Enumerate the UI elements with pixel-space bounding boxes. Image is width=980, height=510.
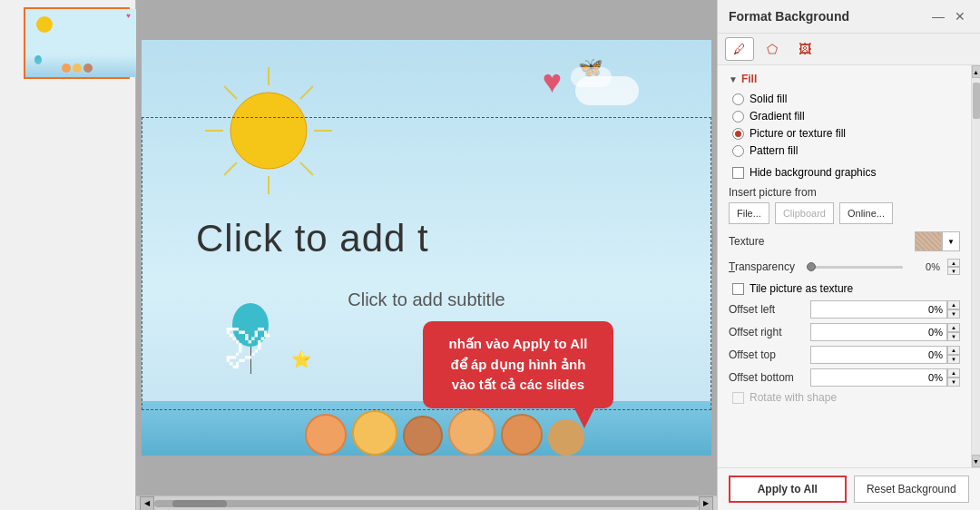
offset-left-up[interactable]: ▲: [947, 300, 960, 309]
texture-dropdown-button[interactable]: ▼: [942, 231, 960, 251]
offset-left-label: Offset left: [729, 303, 810, 316]
transparency-up-button[interactable]: ▲: [947, 259, 960, 267]
slide-canvas[interactable]: ♥ 🦋 🕊 ⭐: [141, 39, 712, 456]
fill-icon: 🖊: [733, 42, 746, 56]
shape-icon: ⬠: [767, 42, 778, 56]
rotate-checkbox[interactable]: Rotate with shape: [729, 391, 960, 404]
panel-title: Format Background: [729, 9, 849, 24]
offset-bottom-spinner: ▲ ▼: [947, 368, 960, 387]
panel-scrollbar: ▲ ▼: [971, 65, 980, 467]
transparency-value: 0%: [908, 261, 940, 272]
scrollbar-track[interactable]: [154, 500, 699, 507]
section-collapse-icon: ▼: [729, 74, 738, 84]
offset-top-down[interactable]: ▼: [947, 355, 960, 364]
child-3: [403, 416, 443, 456]
offset-bottom-label: Offset bottom: [729, 371, 810, 384]
callout-bubble: nhấn vào Apply to Allđể áp dụng hình ảnh…: [423, 321, 613, 408]
radio-pattern-fill[interactable]: Pattern fill: [732, 144, 960, 157]
scrollbar-down-button[interactable]: ▼: [972, 455, 981, 467]
rotate-label: Rotate with shape: [750, 391, 837, 404]
transparency-down-button[interactable]: ▼: [947, 267, 960, 275]
heart-decoration: ♥: [543, 63, 562, 101]
tab-image[interactable]: 🖼: [790, 37, 819, 61]
offset-left-down[interactable]: ▼: [947, 309, 960, 319]
scrollbar-up-button[interactable]: ▲: [972, 65, 981, 78]
tab-fill[interactable]: 🖊: [725, 37, 754, 61]
hide-bg-label: Hide background graphics: [750, 166, 876, 179]
transparency-thumb[interactable]: [807, 262, 816, 271]
clipboard-button[interactable]: Clipboard: [775, 202, 834, 224]
sun-rays-svg: [196, 58, 341, 203]
rotate-checkbox-box: [732, 392, 744, 404]
offset-bottom-up[interactable]: ▲: [947, 368, 960, 378]
offset-top-row: Offset top 0% ▲ ▼: [729, 346, 960, 364]
child-4: [448, 408, 495, 456]
radio-picture-fill[interactable]: Picture or texture fill: [732, 127, 960, 140]
dove-decoration: 🕊: [223, 316, 273, 374]
transparency-row: TTransparencyransparency 0% ▲ ▼: [729, 259, 960, 275]
tile-label: Tile picture as texture: [750, 282, 853, 295]
texture-control: ▼: [915, 231, 960, 251]
tile-checkbox-box: [732, 283, 744, 295]
tab-shape[interactable]: ⬠: [758, 37, 787, 61]
panel-tab-bar: 🖊 ⬠ 🖼: [718, 34, 980, 65]
hide-bg-graphics-checkbox[interactable]: Hide background graphics: [729, 166, 960, 179]
texture-preview-button[interactable]: [915, 231, 942, 251]
fill-section-header[interactable]: ▼ Fill: [729, 73, 960, 85]
radio-gradient-fill[interactable]: Gradient fill: [732, 110, 960, 123]
radio-gradient-label: Gradient fill: [750, 110, 805, 123]
offset-top-up[interactable]: ▲: [947, 346, 960, 355]
slide-title-placeholder[interactable]: Click to add t: [196, 217, 429, 260]
offset-top-label: Offset top: [729, 348, 810, 361]
offset-left-value[interactable]: 0%: [810, 300, 947, 319]
svg-point-8: [230, 93, 307, 169]
tile-texture-checkbox[interactable]: Tile picture as texture: [729, 282, 960, 295]
scroll-right-button[interactable]: ▶: [699, 496, 713, 511]
scrollbar-track-v[interactable]: [972, 78, 981, 455]
transparency-slider[interactable]: [807, 266, 903, 269]
offset-right-up[interactable]: ▲: [947, 323, 960, 332]
transparency-underline-label: T: [729, 260, 735, 273]
panel-minimize-button[interactable]: —: [929, 7, 947, 25]
panel-main-row: ▼ Fill Solid fill Gradient fill Picture …: [718, 65, 980, 467]
texture-row: Texture ▼: [729, 231, 960, 251]
offset-right-spinner: ▲ ▼: [947, 323, 960, 341]
mini-heart-icon: ♥: [126, 12, 131, 20]
transparency-label: TTransparencyransparency: [729, 260, 801, 273]
horizontal-scrollbar: ◀ ▶: [136, 495, 717, 510]
offset-left-spinner: ▲ ▼: [947, 300, 960, 319]
apply-to-all-button[interactable]: Apply to All: [729, 476, 847, 503]
scroll-left-button[interactable]: ◀: [140, 496, 154, 511]
insert-picture-label: Insert picture from: [729, 186, 960, 199]
radio-solid-label: Solid fill: [750, 93, 787, 105]
online-button[interactable]: Online...: [839, 202, 893, 224]
offset-bottom-row: Offset bottom 0% ▲ ▼: [729, 368, 960, 387]
offset-bottom-value[interactable]: 0%: [810, 368, 947, 387]
offset-top-spinner: ▲ ▼: [947, 346, 960, 364]
reset-background-button[interactable]: Reset Background: [854, 476, 970, 503]
slide-subtitle-placeholder[interactable]: Click to add subtitle: [196, 289, 657, 310]
scrollbar-thumb[interactable]: [172, 500, 227, 507]
thumbnail-content: ♥: [25, 9, 143, 77]
file-button[interactable]: File...: [729, 202, 769, 224]
panel-footer: Apply to All Reset Background: [718, 467, 980, 510]
panel-close-button[interactable]: ✕: [951, 7, 969, 25]
texture-label: Texture: [729, 235, 764, 248]
main-slide-area: ▲ ▼ ♥: [136, 0, 717, 510]
panel-content-area: ▼ Fill Solid fill Gradient fill Picture …: [718, 65, 971, 467]
offset-top-value[interactable]: 0%: [810, 346, 947, 364]
svg-line-3: [300, 162, 313, 175]
offset-bottom-down[interactable]: ▼: [947, 378, 960, 387]
child-1: [305, 414, 347, 456]
radio-solid-fill[interactable]: Solid fill: [732, 93, 960, 105]
offset-right-down[interactable]: ▼: [947, 332, 960, 341]
offset-right-value[interactable]: 0%: [810, 323, 947, 341]
slide-thumbnail[interactable]: ♥: [24, 7, 130, 79]
scrollbar-thumb-v[interactable]: [973, 83, 980, 119]
offset-left-row: Offset left 0% ▲ ▼: [729, 300, 960, 319]
slide-container: ▲ ▼ ♥: [136, 0, 717, 495]
panel-header: Format Background — ✕: [718, 0, 980, 34]
offset-right-row: Offset right 0% ▲ ▼: [729, 323, 960, 341]
fill-radio-group: Solid fill Gradient fill Picture or text…: [729, 93, 960, 157]
fill-section-label: Fill: [741, 73, 757, 85]
